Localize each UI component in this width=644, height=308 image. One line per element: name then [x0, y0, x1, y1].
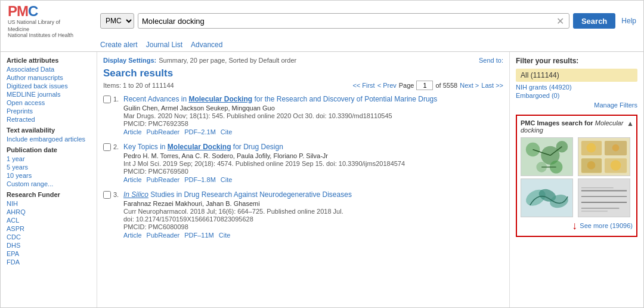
sidebar: Article attributes Associated Data Autho…: [1, 52, 97, 308]
result-2-pmcid: PMCID: PMC6769580: [123, 168, 405, 175]
search-bar: PMC ✕ Search: [100, 13, 615, 29]
image-thumb-3[interactable]: [521, 178, 573, 217]
image-thumb-2[interactable]: [578, 137, 630, 176]
header: PMC US National Library of Medicine Nati…: [1, 1, 643, 52]
sidebar-item-aspr[interactable]: ASPR: [7, 225, 91, 232]
images-grid: [521, 137, 633, 217]
sidebar-item-preprints[interactable]: Preprints: [7, 107, 91, 115]
sidebar-item-10years[interactable]: 10 years: [7, 172, 91, 179]
image-thumb-1[interactable]: [521, 137, 573, 176]
sidebar-item-ahrq[interactable]: AHRQ: [7, 208, 91, 215]
sidebar-item-dhs[interactable]: DHS: [7, 242, 91, 249]
result-3-article-link[interactable]: Article: [123, 232, 142, 239]
sidebar-item-5years[interactable]: 5 years: [7, 164, 91, 171]
sidebar-item-fda[interactable]: FDA: [7, 258, 91, 266]
pmc-logo-subtext2: Medicine: [8, 26, 94, 32]
sidebar-section-title-pubdate: Publication date: [7, 146, 91, 153]
svg-point-17: [611, 160, 621, 171]
pagination-prev[interactable]: < Prev: [377, 82, 397, 89]
result-1-article-link[interactable]: Article: [123, 128, 142, 135]
result-item: 3. In Silico Studies in Drug Research Ag…: [103, 190, 503, 239]
display-settings-label[interactable]: Display Settings:: [103, 57, 156, 64]
pagination-row: Items: 1 to 20 of 111144 << First < Prev…: [103, 81, 503, 90]
result-2-checkbox[interactable]: [103, 143, 111, 151]
help-link[interactable]: Help: [621, 17, 636, 25]
result-1-cite-link[interactable]: Cite: [221, 128, 233, 135]
pmc-logo: PMC US National Library of Medicine Nati…: [8, 4, 94, 38]
manage-filters-link[interactable]: Manage Filters: [516, 101, 637, 109]
sidebar-item-custom-range[interactable]: Custom range...: [7, 180, 91, 187]
result-3-pdf-link[interactable]: PDF–11M: [184, 232, 214, 239]
filter-all[interactable]: All (111144): [516, 69, 637, 82]
sidebar-item-nih[interactable]: NIH: [7, 200, 91, 207]
sidebar-item-medline[interactable]: MEDLINE journals: [7, 91, 91, 98]
filter-nih[interactable]: NIH grants (44920): [516, 84, 637, 91]
result-1-num: 1.: [113, 96, 119, 103]
result-1-pdf-link[interactable]: PDF–2.1M: [184, 128, 216, 135]
clear-search-button[interactable]: ✕: [555, 16, 565, 27]
result-item: 2. Key Topics in Molecular Docking for D…: [103, 143, 503, 183]
sidebar-item-associated-data[interactable]: Associated Data: [7, 66, 91, 73]
result-2-num: 2.: [113, 143, 119, 150]
filter-title: Filter your results:: [516, 57, 637, 65]
result-3-pubreader-link[interactable]: PubReader: [147, 232, 180, 239]
result-2-pdf-link[interactable]: PDF–1.8M: [184, 176, 216, 183]
sidebar-item-1year[interactable]: 1 year: [7, 155, 91, 162]
result-1-pmcid: PMCID: PMC7692358: [123, 120, 437, 127]
result-1-title: Recent Advances in Molecular Docking for…: [123, 95, 437, 103]
sidebar-section-title-text: Text availability: [7, 127, 91, 134]
advanced-link[interactable]: Advanced: [191, 41, 222, 49]
see-more-link[interactable]: See more (19096): [580, 222, 633, 229]
result-2-journal: Int J Mol Sci. 2019 Sep; 20(18): 4574. P…: [123, 160, 405, 167]
database-select[interactable]: PMC: [100, 13, 134, 29]
display-settings-value: Summary, 20 per page, Sorted by Default …: [159, 57, 296, 64]
pmc-logo-subtext3: National Institutes of Health: [8, 32, 94, 38]
result-3-content: In Silico Studies in Drug Research Again…: [123, 190, 352, 239]
sidebar-section-article-attributes: Article attributes Associated Data Autho…: [7, 57, 91, 123]
result-3-checkbox[interactable]: [103, 191, 111, 199]
see-more-row: ↓ See more (19096): [521, 220, 633, 232]
image-thumb-4[interactable]: [578, 178, 630, 217]
result-2-title-link[interactable]: Key Topics in Molecular Docking for Drug…: [123, 143, 283, 151]
sidebar-item-embargoed[interactable]: Include embargoed articles: [7, 135, 91, 143]
pmc-logo-text: PMC: [8, 4, 94, 19]
create-alert-link[interactable]: Create alert: [100, 41, 138, 49]
content-area: Display Settings: Summary, 20 per page, …: [97, 52, 509, 308]
result-2-article-link[interactable]: Article: [123, 176, 142, 183]
sidebar-item-author-manuscripts[interactable]: Author manuscripts: [7, 74, 91, 81]
result-2-pubreader-link[interactable]: PubReader: [147, 176, 180, 183]
search-input[interactable]: [142, 17, 555, 26]
sidebar-item-acl[interactable]: ACL: [7, 217, 91, 224]
journal-list-link[interactable]: Journal List: [146, 41, 182, 49]
pagination-first[interactable]: << First: [352, 82, 374, 89]
search-results-title: Search results: [103, 67, 503, 79]
pagination-of: of 5558: [435, 82, 457, 89]
result-1-checkbox[interactable]: [103, 96, 111, 103]
sidebar-item-digitized-back[interactable]: Digitized back issues: [7, 82, 91, 90]
pagination-last[interactable]: Last >>: [481, 82, 503, 89]
sidebar-item-retracted[interactable]: Retracted: [7, 116, 91, 123]
send-to[interactable]: Send to:: [479, 57, 503, 64]
sidebar-section-title-funder: Research Funder: [7, 191, 91, 198]
svg-point-16: [587, 161, 596, 170]
svg-point-15: [612, 144, 620, 151]
result-3-authors: Farahnaz Rezaei Makhouri, Jahan B. Ghase…: [123, 200, 352, 207]
result-3-num: 3.: [113, 191, 119, 198]
sidebar-item-cdc[interactable]: CDC: [7, 233, 91, 241]
result-2-cite-link[interactable]: Cite: [221, 176, 233, 183]
result-1-pubreader-link[interactable]: PubReader: [147, 128, 180, 135]
filter-embargoed[interactable]: Embargoed (0): [516, 92, 637, 99]
result-item: 1. Recent Advances in Molecular Docking …: [103, 95, 503, 135]
pagination-next[interactable]: Next >: [460, 82, 479, 89]
result-3-cite-link[interactable]: Cite: [219, 232, 231, 239]
sidebar-item-epa[interactable]: EPA: [7, 250, 91, 257]
result-1-title-link[interactable]: Recent Advances in Molecular Docking for…: [123, 95, 437, 103]
sidebar-item-open-access[interactable]: Open access: [7, 99, 91, 106]
search-input-wrap: ✕: [138, 13, 569, 29]
result-3-title-link[interactable]: In Silico Studies in Drug Research Again…: [123, 190, 352, 199]
pagination-page-input[interactable]: [416, 81, 433, 90]
scroll-icon[interactable]: ▲: [627, 119, 634, 128]
right-panel: Filter your results: All (111144) NIH gr…: [509, 52, 643, 308]
search-button[interactable]: Search: [573, 13, 615, 29]
images-panel-title: PMC Images search for Molecular docking: [521, 119, 633, 134]
